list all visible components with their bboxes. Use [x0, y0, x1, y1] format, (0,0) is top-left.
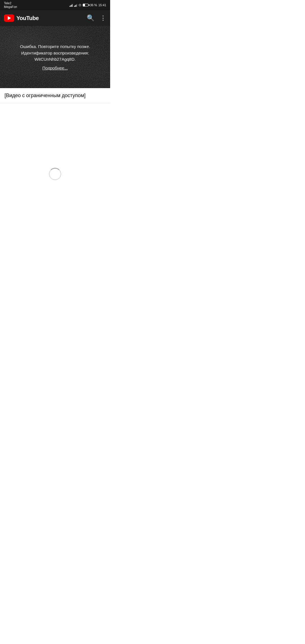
- search-icon[interactable]: 🔍: [87, 14, 94, 22]
- error-line2: Идентификатор воспроизведения:: [21, 51, 89, 55]
- carrier-info: Tele2 MegaFon: [4, 1, 17, 9]
- app-title: YouTube: [16, 15, 39, 21]
- carrier-line1: Tele2: [4, 1, 17, 5]
- signal-icon-2: [74, 4, 77, 7]
- error-message: Ошибка. Повторите попытку позже. Идентиф…: [20, 43, 90, 63]
- navbar-actions: 🔍 ⋮: [87, 14, 106, 22]
- status-bar: Tele2 MegaFon ⊙ 36 % 15:41: [0, 0, 110, 10]
- error-details-link[interactable]: Подробнее...: [42, 66, 68, 70]
- wifi-icon: ⊙: [79, 3, 81, 7]
- carrier-line2: MegaFon: [4, 5, 17, 9]
- video-player: Ошибка. Повторите попытку позже. Идентиф…: [0, 26, 110, 88]
- status-right: ⊙ 36 % 15:41: [69, 3, 106, 7]
- error-line1: Ошибка. Повторите попытку позже.: [20, 44, 90, 49]
- error-content: Ошибка. Повторите попытку позже. Идентиф…: [14, 38, 96, 76]
- loading-spinner: [49, 168, 61, 180]
- navbar-logo-group: YouTube: [4, 14, 39, 22]
- more-vert-icon[interactable]: ⋮: [100, 14, 106, 22]
- error-id: WitCUnNhb27Agq8D.: [34, 57, 76, 62]
- navbar: YouTube 🔍 ⋮: [0, 10, 110, 26]
- battery-icon: [83, 4, 88, 6]
- clock: 15:41: [98, 3, 106, 7]
- loading-area: [0, 103, 110, 245]
- youtube-play-icon: [8, 16, 11, 20]
- video-title: [Видео с ограниченным доступом]: [5, 92, 106, 99]
- signal-icon: [69, 4, 73, 7]
- video-title-section: [Видео с ограниченным доступом]: [0, 88, 110, 103]
- youtube-logo: [4, 14, 14, 22]
- battery-percent: 36 %: [90, 3, 97, 7]
